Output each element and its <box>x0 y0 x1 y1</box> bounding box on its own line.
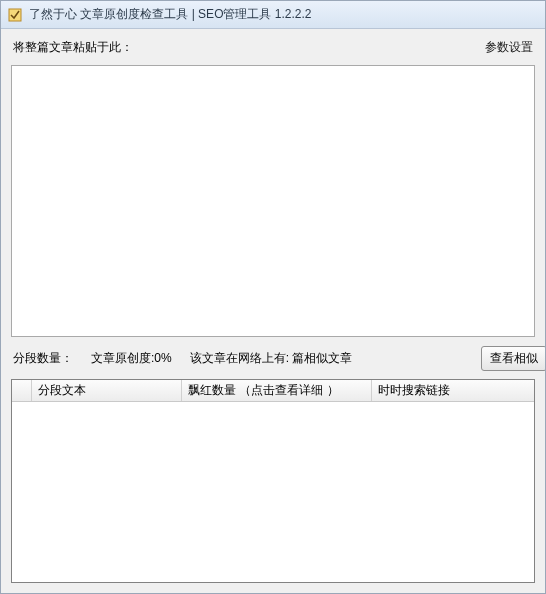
table-header-selector[interactable] <box>12 380 32 401</box>
results-table: 分段文本 飘红数量 （点击查看详细 ） 时时搜索链接 <box>11 379 535 583</box>
app-icon <box>7 7 23 23</box>
client-area: 将整篇文章粘贴于此： 参数设置 分段数量： 文章原创度:0% 该文章在网络上有:… <box>1 29 545 593</box>
table-header: 分段文本 飘红数量 （点击查看详细 ） 时时搜索链接 <box>12 380 534 402</box>
app-window: 了然于心 文章原创度检查工具 | SEO管理工具 1.2.2.2 将整篇文章粘贴… <box>0 0 546 594</box>
originality-label: 文章原创度:0% <box>91 350 172 367</box>
paste-label: 将整篇文章粘贴于此： <box>13 39 133 56</box>
table-header-search-link[interactable]: 时时搜索链接 <box>372 380 534 401</box>
top-row: 将整篇文章粘贴于此： 参数设置 <box>11 37 535 57</box>
article-input[interactable] <box>11 65 535 337</box>
table-header-segment-text[interactable]: 分段文本 <box>32 380 182 401</box>
network-similar-label: 该文章在网络上有: 篇相似文章 <box>190 350 353 367</box>
originality-value: 0% <box>154 351 171 365</box>
svg-rect-0 <box>9 9 21 21</box>
stats-row: 分段数量： 文章原创度:0% 该文章在网络上有: 篇相似文章 查看相似 <box>11 345 535 371</box>
window-title: 了然于心 文章原创度检查工具 | SEO管理工具 1.2.2.2 <box>29 6 312 23</box>
segment-count-label: 分段数量： <box>13 350 73 367</box>
settings-link[interactable]: 参数设置 <box>485 39 533 56</box>
table-header-red-count[interactable]: 飘红数量 （点击查看详细 ） <box>182 380 372 401</box>
table-body <box>12 402 534 582</box>
titlebar[interactable]: 了然于心 文章原创度检查工具 | SEO管理工具 1.2.2.2 <box>1 1 545 29</box>
view-similar-button[interactable]: 查看相似 <box>481 346 545 371</box>
